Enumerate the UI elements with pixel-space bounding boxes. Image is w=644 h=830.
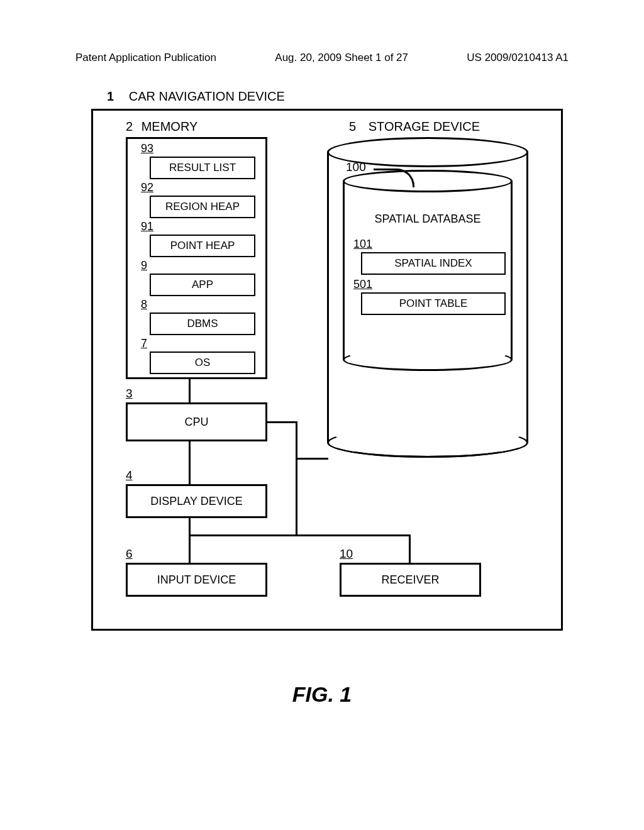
title-text: CAR NAVIGATION DEVICE [129,89,285,103]
ref-num: 93 [141,142,255,155]
memory-item-app: 9 APP [138,259,255,296]
diagram-title: 1 CAR NAVIGATION DEVICE [107,89,285,104]
input-ref-num: 6 [126,547,133,561]
memory-item-region-heap: 92 REGION HEAP [138,181,255,218]
figure-caption: FIG. 1 [0,682,644,707]
storage-text: STORAGE DEVICE [369,119,480,133]
memory-text: MEMORY [142,119,198,133]
ref-num: 92 [141,181,255,194]
receiver-label: RECEIVER [381,573,439,587]
ref-num: 101 [353,238,506,251]
block-label: OS [150,351,255,374]
block-label: REGION HEAP [150,196,255,218]
memory-item-point-heap: 91 POINT HEAP [138,220,255,257]
page-header: Patent Application Publication Aug. 20, … [0,52,644,64]
header-mid: Aug. 20, 2009 Sheet 1 of 27 [275,52,408,64]
cpu-ref-num: 3 [126,387,133,401]
receiver-ref-num: 10 [340,547,353,561]
memory-ref-num: 2 [126,119,133,133]
connector [189,534,411,536]
title-ref-num: 1 [107,89,114,103]
memory-item-dbms: 8 DBMS [138,298,255,335]
header-right: US 2009/0210413 A1 [467,52,569,64]
connector [296,458,328,460]
display-block: DISPLAY DEVICE [126,484,267,518]
cpu-label: CPU [184,416,208,429]
database-sub-spatial-index: 101 SPATIAL INDEX [352,238,506,275]
connector [296,458,297,536]
database-ref-num: 100 [346,160,366,174]
ref-num: 9 [141,259,255,272]
database-label: SPATIAL DATABASE [352,213,503,226]
block-label: POINT TABLE [361,292,506,315]
memory-label: 2 MEMORY [126,119,197,134]
memory-item-result-list: 93 RESULT LIST [138,142,255,179]
display-label: DISPLAY DEVICE [150,495,242,508]
connector [267,421,297,423]
block-label: POINT HEAP [150,235,255,257]
cpu-block: CPU [126,402,267,441]
input-label: INPUT DEVICE [157,573,236,587]
storage-ref-num: 5 [349,119,356,133]
block-label: SPATIAL INDEX [361,252,506,275]
header-left: Patent Application Publication [75,52,216,64]
connector [409,534,411,563]
storage-label: 5 STORAGE DEVICE [349,119,480,134]
block-label: APP [150,274,255,296]
display-ref-num: 4 [126,468,133,482]
connector [189,518,191,563]
receiver-block: RECEIVER [340,563,481,597]
database-sub-point-table: 501 POINT TABLE [352,278,506,315]
connector [296,421,297,459]
block-label: DBMS [150,313,255,335]
ref-num: 8 [141,298,255,311]
ref-num: 7 [141,337,255,350]
connector [189,379,191,402]
input-block: INPUT DEVICE [126,563,267,597]
block-label: RESULT LIST [150,157,255,179]
ref-num: 501 [353,278,506,291]
ref-num: 91 [141,220,255,233]
connector [189,441,191,484]
memory-item-os: 7 OS [138,337,255,374]
